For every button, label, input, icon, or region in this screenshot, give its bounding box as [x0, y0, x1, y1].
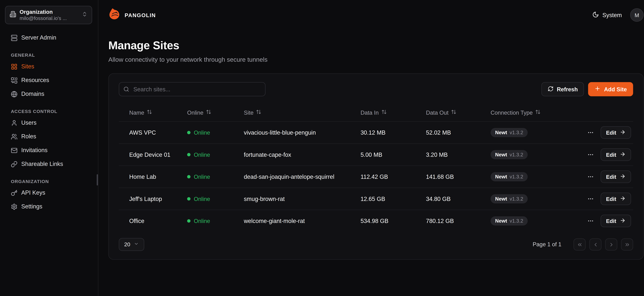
toolbar-actions: Refresh Add Site	[541, 82, 633, 96]
org-selector[interactable]: Organization milo@fossorial.io's ...	[5, 6, 92, 24]
first-page-button[interactable]	[574, 238, 586, 250]
avatar[interactable]: M	[630, 8, 644, 22]
add-site-label: Add Site	[604, 86, 627, 92]
search-input[interactable]	[119, 82, 266, 96]
refresh-icon	[548, 86, 554, 93]
status-label: Online	[194, 152, 210, 158]
edit-button[interactable]: Edit	[600, 192, 631, 205]
column-header-connection-type[interactable]: Connection Type	[490, 109, 586, 116]
column-label: Data Out	[426, 109, 448, 116]
search-icon	[124, 86, 129, 94]
sidebar-item-label: Invitations	[21, 146, 48, 154]
brand-logo[interactable]: PANGOLIN	[108, 8, 156, 22]
data-in: 112.42 GB	[360, 174, 426, 180]
topbar: PANGOLIN System M	[98, 0, 644, 30]
user-icon	[11, 120, 18, 126]
sidebar-item-roles[interactable]: Roles	[4, 130, 94, 143]
column-header-data-in[interactable]: Data In	[360, 109, 426, 116]
connection-type-cell: Newtv1.3.2	[490, 194, 586, 204]
row-menu-button[interactable]	[586, 150, 595, 159]
data-out: 3.20 MB	[426, 151, 490, 158]
brand-name: PANGOLIN	[125, 12, 156, 18]
site-slug: fortunate-cape-fox	[244, 151, 360, 158]
table-header-row: Name Online Site Data In	[119, 104, 633, 121]
refresh-button[interactable]: Refresh	[541, 82, 584, 96]
previous-page-button[interactable]	[590, 238, 602, 250]
connection-type: Newt	[495, 196, 507, 202]
next-page-button[interactable]	[605, 238, 617, 250]
sites-grid-icon	[11, 63, 18, 70]
connection-version: v1.3.2	[510, 130, 523, 136]
online-status: Online	[187, 152, 244, 158]
moon-icon	[592, 11, 599, 19]
status-dot	[187, 153, 190, 156]
sidebar-item-label: Settings	[21, 202, 42, 210]
edit-button[interactable]: Edit	[600, 126, 631, 139]
sidebar-item-resources[interactable]: Resources	[4, 74, 94, 87]
sidebar-item-api-keys[interactable]: API Keys	[4, 186, 94, 200]
column-header-name[interactable]: Name	[119, 109, 187, 116]
theme-toggle[interactable]: System	[592, 11, 622, 19]
column-label: Site	[244, 109, 254, 116]
row-actions: Edit	[586, 215, 634, 227]
last-page-button[interactable]	[621, 238, 633, 250]
column-label: Data In	[360, 109, 379, 116]
sidebar-scrollbar-thumb[interactable]	[97, 174, 98, 186]
site-slug: vivacious-little-blue-penguin	[244, 129, 360, 136]
sidebar-item-server-admin[interactable]: Server Admin	[4, 31, 94, 44]
sidebar-section-organization: ORGANIZATION	[4, 179, 94, 186]
connection-type: Newt	[495, 130, 507, 136]
edit-button[interactable]: Edit	[600, 148, 631, 161]
row-menu-button[interactable]	[586, 172, 595, 181]
sidebar-item-label: Sites	[21, 62, 34, 70]
site-name: AWS VPC	[119, 129, 187, 136]
connection-type: Newt	[495, 152, 507, 158]
combine-icon	[11, 77, 18, 84]
sidebar-item-label: Users	[21, 119, 36, 126]
add-site-button[interactable]: Add Site	[588, 82, 633, 96]
online-status: Online	[187, 130, 244, 136]
edit-label: Edit	[606, 174, 616, 180]
sidebar-section-general: GENERAL	[4, 52, 94, 60]
pangolin-logo-icon	[108, 8, 121, 22]
status-dot	[187, 175, 190, 178]
online-status: Online	[187, 196, 244, 202]
online-status: Online	[187, 174, 244, 180]
connection-type-cell: Newtv1.3.2	[490, 216, 586, 226]
sidebar-item-sites[interactable]: Sites	[4, 60, 94, 74]
row-menu-button[interactable]	[586, 195, 595, 203]
page-subtitle: Allow connectivity to your network throu…	[108, 56, 644, 63]
site-name: Jeff's Laptop	[119, 196, 187, 202]
connection-type-cell: Newtv1.3.2	[490, 128, 586, 137]
row-actions: Edit	[586, 148, 634, 161]
sidebar-item-domains[interactable]: Domains	[4, 87, 94, 101]
arrow-right-icon	[620, 173, 626, 180]
edit-button[interactable]: Edit	[600, 215, 631, 227]
pagination: Page 1 of 1	[532, 238, 633, 250]
edit-label: Edit	[606, 152, 616, 158]
row-menu-button[interactable]	[586, 217, 595, 225]
refresh-label: Refresh	[557, 86, 578, 92]
page-size-select[interactable]: 20	[119, 238, 144, 251]
connection-type-badge: Newtv1.3.2	[490, 216, 528, 226]
connection-version: v1.3.2	[510, 218, 523, 224]
column-header-data-out[interactable]: Data Out	[426, 109, 490, 116]
sidebar-item-settings[interactable]: Settings	[4, 200, 94, 214]
row-menu-button[interactable]	[586, 128, 595, 137]
sites-card: Refresh Add Site Name	[108, 74, 644, 260]
site-name: Edge Device 01	[119, 151, 187, 158]
data-in: 534.98 GB	[360, 218, 426, 224]
sidebar-item-label: Shareable Links	[21, 160, 63, 168]
column-header-site[interactable]: Site	[244, 109, 360, 116]
site-slug: smug-brown-rat	[244, 196, 360, 202]
edit-button[interactable]: Edit	[600, 170, 631, 183]
status-label: Online	[194, 196, 210, 202]
sidebar-item-users[interactable]: Users	[4, 116, 94, 130]
column-header-online[interactable]: Online	[187, 109, 244, 116]
key-icon	[11, 190, 18, 196]
sidebar-item-shareable-links[interactable]: Shareable Links	[4, 157, 94, 171]
table-row: Edge Device 01 Online fortunate-cape-fox…	[119, 143, 633, 166]
sidebar-item-invitations[interactable]: Invitations	[4, 143, 94, 157]
row-actions: Edit	[586, 170, 634, 183]
connection-type-badge: Newtv1.3.2	[490, 128, 528, 137]
